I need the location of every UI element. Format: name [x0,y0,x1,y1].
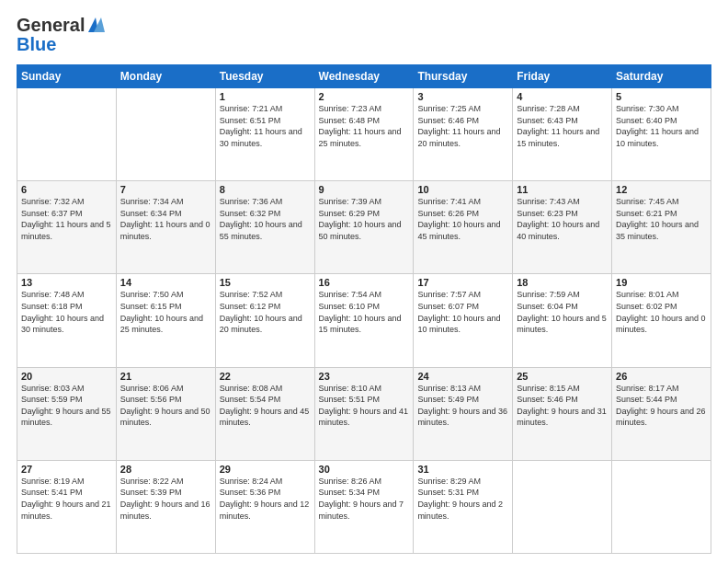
day-info: Sunrise: 8:06 AMSunset: 5:56 PMDaylight:… [120,383,211,429]
day-number: 24 [417,371,508,382]
calendar-week-row: 27Sunrise: 8:19 AMSunset: 5:41 PMDayligh… [17,460,711,553]
calendar-cell: 17Sunrise: 7:57 AMSunset: 6:07 PMDayligh… [414,274,513,367]
weekday-header-friday: Friday [513,65,612,88]
day-info: Sunrise: 8:08 AMSunset: 5:54 PMDaylight:… [220,383,311,429]
calendar-cell: 4Sunrise: 7:28 AMSunset: 6:43 PMDaylight… [513,88,612,181]
day-number: 1 [220,91,311,102]
day-number: 16 [319,277,410,288]
day-number: 12 [616,184,707,195]
day-info: Sunrise: 7:23 AMSunset: 6:48 PMDaylight:… [319,103,410,149]
day-number: 14 [120,277,211,288]
calendar-cell: 15Sunrise: 7:52 AMSunset: 6:12 PMDayligh… [215,274,314,367]
day-info: Sunrise: 7:59 AMSunset: 6:04 PMDaylight:… [517,289,608,335]
calendar-cell: 29Sunrise: 8:24 AMSunset: 5:36 PMDayligh… [215,460,314,553]
day-number: 21 [120,371,211,382]
day-number: 29 [220,464,311,475]
weekday-header-thursday: Thursday [414,65,513,88]
day-info: Sunrise: 8:03 AMSunset: 5:59 PMDaylight:… [21,383,112,429]
calendar-cell: 22Sunrise: 8:08 AMSunset: 5:54 PMDayligh… [215,367,314,460]
day-info: Sunrise: 7:48 AMSunset: 6:18 PMDaylight:… [21,289,112,335]
day-info: Sunrise: 7:36 AMSunset: 6:32 PMDaylight:… [220,196,311,242]
day-number: 6 [21,184,112,195]
calendar-week-row: 1Sunrise: 7:21 AMSunset: 6:51 PMDaylight… [17,88,711,181]
day-number: 22 [220,371,311,382]
weekday-header-saturday: Saturday [612,65,711,88]
calendar-table: SundayMondayTuesdayWednesdayThursdayFrid… [17,64,711,554]
day-number: 10 [417,184,508,195]
calendar-cell [513,460,612,553]
day-info: Sunrise: 7:34 AMSunset: 6:34 PMDaylight:… [120,196,211,242]
weekday-header-sunday: Sunday [17,65,117,88]
calendar-cell: 8Sunrise: 7:36 AMSunset: 6:32 PMDaylight… [215,181,314,274]
day-info: Sunrise: 8:26 AMSunset: 5:34 PMDaylight:… [319,476,410,522]
day-info: Sunrise: 7:21 AMSunset: 6:51 PMDaylight:… [220,103,311,149]
calendar-cell: 16Sunrise: 7:54 AMSunset: 6:10 PMDayligh… [314,274,414,367]
calendar-cell: 26Sunrise: 8:17 AMSunset: 5:44 PMDayligh… [612,367,711,460]
calendar-cell: 21Sunrise: 8:06 AMSunset: 5:56 PMDayligh… [116,367,215,460]
day-number: 13 [21,277,112,288]
day-info: Sunrise: 8:24 AMSunset: 5:36 PMDaylight:… [220,476,311,522]
calendar-week-row: 13Sunrise: 7:48 AMSunset: 6:18 PMDayligh… [17,274,711,367]
day-number: 7 [120,184,211,195]
calendar-cell: 31Sunrise: 8:29 AMSunset: 5:31 PMDayligh… [414,460,513,553]
calendar-cell: 23Sunrise: 8:10 AMSunset: 5:51 PMDayligh… [314,367,414,460]
weekday-header-row: SundayMondayTuesdayWednesdayThursdayFrid… [17,65,711,88]
day-number: 27 [21,464,112,475]
day-number: 18 [517,277,608,288]
day-number: 8 [220,184,311,195]
logo-icon [85,15,106,35]
day-number: 25 [517,371,608,382]
day-number: 3 [417,91,508,102]
calendar-cell: 3Sunrise: 7:25 AMSunset: 6:46 PMDaylight… [414,88,513,181]
calendar-cell: 28Sunrise: 8:22 AMSunset: 5:39 PMDayligh… [116,460,215,553]
day-info: Sunrise: 7:43 AMSunset: 6:23 PMDaylight:… [517,196,608,242]
day-number: 17 [417,277,508,288]
day-info: Sunrise: 8:19 AMSunset: 5:41 PMDaylight:… [21,476,112,522]
day-info: Sunrise: 7:54 AMSunset: 6:10 PMDaylight:… [319,289,410,335]
day-info: Sunrise: 8:01 AMSunset: 6:02 PMDaylight:… [616,289,707,335]
day-info: Sunrise: 7:32 AMSunset: 6:37 PMDaylight:… [21,196,112,242]
day-info: Sunrise: 7:28 AMSunset: 6:43 PMDaylight:… [517,103,608,149]
calendar-cell: 13Sunrise: 7:48 AMSunset: 6:18 PMDayligh… [17,274,117,367]
calendar-cell [17,88,117,181]
calendar-cell: 27Sunrise: 8:19 AMSunset: 5:41 PMDayligh… [17,460,117,553]
day-info: Sunrise: 7:57 AMSunset: 6:07 PMDaylight:… [417,289,508,335]
calendar-week-row: 6Sunrise: 7:32 AMSunset: 6:37 PMDaylight… [17,181,711,274]
day-number: 2 [319,91,410,102]
day-number: 11 [517,184,608,195]
calendar-cell: 11Sunrise: 7:43 AMSunset: 6:23 PMDayligh… [513,181,612,274]
calendar-cell: 5Sunrise: 7:30 AMSunset: 6:40 PMDaylight… [612,88,711,181]
day-info: Sunrise: 8:15 AMSunset: 5:46 PMDaylight:… [517,383,608,429]
calendar-cell: 14Sunrise: 7:50 AMSunset: 6:15 PMDayligh… [116,274,215,367]
day-info: Sunrise: 7:30 AMSunset: 6:40 PMDaylight:… [616,103,707,149]
weekday-header-monday: Monday [116,65,215,88]
day-info: Sunrise: 7:25 AMSunset: 6:46 PMDaylight:… [417,103,508,149]
calendar-cell: 1Sunrise: 7:21 AMSunset: 6:51 PMDaylight… [215,88,314,181]
day-number: 23 [319,371,410,382]
day-number: 31 [417,464,508,475]
calendar-cell: 18Sunrise: 7:59 AMSunset: 6:04 PMDayligh… [513,274,612,367]
calendar-cell: 2Sunrise: 7:23 AMSunset: 6:48 PMDaylight… [314,88,414,181]
day-number: 26 [616,371,707,382]
day-info: Sunrise: 8:13 AMSunset: 5:49 PMDaylight:… [417,383,508,429]
calendar-cell: 7Sunrise: 7:34 AMSunset: 6:34 PMDaylight… [116,181,215,274]
logo-general-text: General [17,16,85,34]
calendar-cell [116,88,215,181]
day-info: Sunrise: 7:50 AMSunset: 6:15 PMDaylight:… [120,289,211,335]
calendar-cell: 24Sunrise: 8:13 AMSunset: 5:49 PMDayligh… [414,367,513,460]
calendar-cell [612,460,711,553]
day-number: 4 [517,91,608,102]
day-info: Sunrise: 7:39 AMSunset: 6:29 PMDaylight:… [319,196,410,242]
day-info: Sunrise: 7:52 AMSunset: 6:12 PMDaylight:… [220,289,311,335]
day-info: Sunrise: 8:29 AMSunset: 5:31 PMDaylight:… [417,476,508,522]
day-info: Sunrise: 7:45 AMSunset: 6:21 PMDaylight:… [616,196,707,242]
calendar-cell: 25Sunrise: 8:15 AMSunset: 5:46 PMDayligh… [513,367,612,460]
day-number: 19 [616,277,707,288]
logo-blue-text: Blue [17,34,56,55]
day-number: 28 [120,464,211,475]
calendar-cell: 20Sunrise: 8:03 AMSunset: 5:59 PMDayligh… [17,367,117,460]
day-number: 9 [319,184,410,195]
day-number: 5 [616,91,707,102]
calendar-cell: 6Sunrise: 7:32 AMSunset: 6:37 PMDaylight… [17,181,117,274]
weekday-header-wednesday: Wednesday [314,65,414,88]
